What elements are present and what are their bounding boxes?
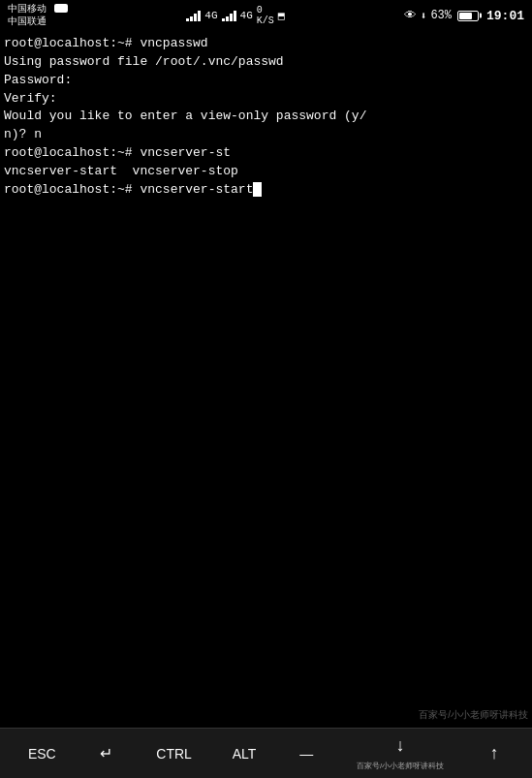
up-arrow-icon: ↑ xyxy=(490,743,499,762)
download-icon: ⬇ xyxy=(421,10,427,22)
watermark: 百家号/小小老师呀讲科技 xyxy=(419,708,528,722)
system-status: 👁 ⬇ 63% 19:01 xyxy=(404,9,524,23)
status-bar: 中国移动 HD 中国联通 4G 4G 0 K/S ⬒ 👁 ⬇ xyxy=(0,0,532,31)
4g-label-1: 4G xyxy=(204,10,217,21)
time-label: 19:01 xyxy=(486,9,524,23)
usb-icon: ⬒ xyxy=(278,9,285,23)
enter-key[interactable]: ↵ xyxy=(87,738,126,768)
battery-percent: 63% xyxy=(430,9,452,22)
carrier-info: 中国移动 HD 中国联通 xyxy=(8,3,68,28)
alt-key[interactable]: ALT xyxy=(223,740,266,767)
signal-bar xyxy=(234,11,236,21)
data-speed: 0 K/S xyxy=(257,5,274,26)
signal-bars-1 xyxy=(186,10,201,21)
eye-icon: 👁 xyxy=(404,9,417,23)
esc-key[interactable]: ESC xyxy=(18,740,66,767)
watermark-sub: 百家号/小小老师呀讲科技 xyxy=(357,762,444,770)
terminal-area[interactable]: root@localhost:~# vncpasswd Using passwo… xyxy=(0,31,532,203)
up-arrow-key[interactable]: ↑ xyxy=(475,737,514,769)
carrier1-label: 中国移动 HD xyxy=(8,3,68,16)
signal-bar xyxy=(194,14,197,21)
signal-bar xyxy=(198,11,201,21)
signal-bars-2 xyxy=(222,10,236,21)
battery-icon xyxy=(457,11,479,21)
ctrl-key[interactable]: CTRL xyxy=(146,740,202,767)
signal-info: 4G 4G 0 K/S ⬒ xyxy=(186,5,285,26)
signal-bar xyxy=(226,16,229,21)
terminal-output: root@localhost:~# vncpasswd Using passwo… xyxy=(4,35,528,200)
terminal-cursor xyxy=(253,182,262,197)
signal-bar xyxy=(190,16,193,21)
hd-badge: HD xyxy=(54,4,68,13)
carrier1-name: 中国移动 xyxy=(8,4,47,15)
down-arrow-key[interactable]: ↓ 百家号/小小老师呀讲科技 xyxy=(347,730,454,777)
signal-bar xyxy=(222,18,225,21)
4g-label-2: 4G xyxy=(240,10,253,21)
dash-key[interactable]: — xyxy=(287,740,326,767)
signal-bar xyxy=(186,18,189,21)
down-arrow-icon: ↓ xyxy=(357,735,444,756)
signal-bar xyxy=(230,14,233,21)
carrier2-label: 中国联通 xyxy=(8,16,68,28)
enter-icon: ↵ xyxy=(100,745,112,762)
keyboard-bar: ESC ↵ CTRL ALT — ↓ 百家号/小小老师呀讲科技 ↑ xyxy=(0,728,532,778)
battery-fill xyxy=(459,13,472,19)
